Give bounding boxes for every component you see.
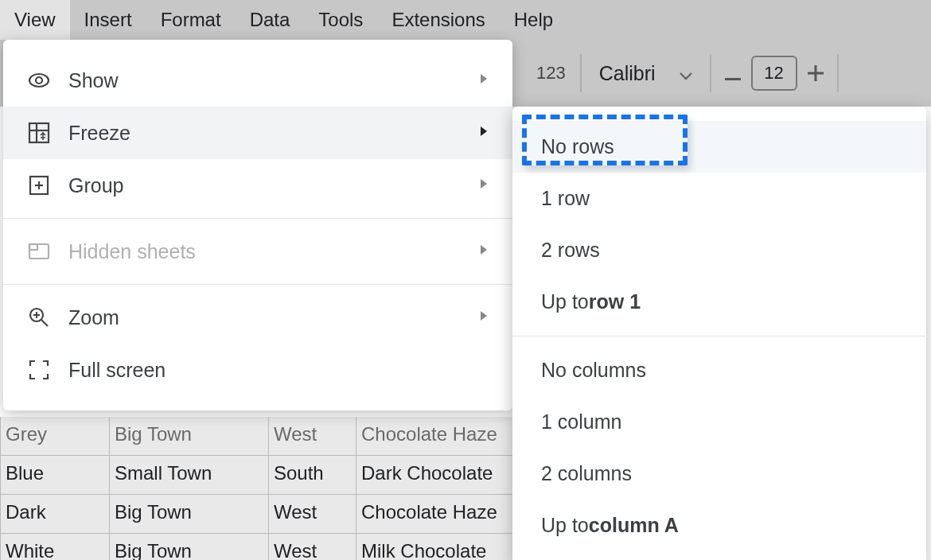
freeze-option-1-column[interactable]: 1 column	[512, 396, 926, 448]
fullscreen-icon	[27, 358, 51, 382]
menu-insert[interactable]: Insert	[70, 0, 146, 40]
submenu-separator	[512, 336, 926, 336]
svg-rect-5	[29, 123, 49, 142]
menu-item-label: Zoom	[68, 306, 119, 329]
font-name-label: Calibri	[599, 62, 656, 85]
font-size-increase[interactable]	[797, 60, 834, 87]
menu-item-label: Show	[68, 69, 119, 92]
menu-item-label: Hidden sheets	[68, 240, 196, 263]
menu-item-freeze[interactable]: Freeze	[3, 107, 512, 159]
menu-tools[interactable]: Tools	[304, 0, 377, 40]
submenu-arrow-icon	[479, 309, 489, 326]
hidden-icon	[27, 239, 51, 263]
svg-point-3	[29, 74, 49, 87]
toolbar-separator	[837, 54, 839, 92]
svg-line-14	[41, 320, 48, 326]
menu-format[interactable]: Format	[146, 0, 236, 40]
menu-item-label: Group	[68, 174, 123, 197]
freeze-option-1-row[interactable]: 1 row	[512, 173, 926, 224]
chevron-down-icon	[680, 62, 692, 85]
menu-data[interactable]: Data	[236, 0, 305, 40]
cell[interactable]: Big Town	[110, 495, 269, 534]
freeze-option-2-columns[interactable]: 2 columns	[512, 448, 926, 500]
font-selector[interactable]: Calibri	[585, 62, 707, 85]
svg-rect-12	[29, 244, 37, 250]
cell[interactable]: Dark	[0, 495, 110, 534]
svg-point-4	[36, 77, 42, 84]
cell[interactable]: Big Town	[110, 417, 269, 456]
menu-item-full-screen[interactable]: Full screen	[3, 344, 512, 396]
menu-item-group[interactable]: Group	[3, 159, 512, 212]
view-menu-dropdown: ShowFreezeGroupHidden sheetsZoomFull scr…	[3, 40, 512, 410]
cell[interactable]: Blue	[0, 456, 110, 495]
svg-rect-0	[725, 78, 741, 80]
cell[interactable]: West	[269, 417, 356, 456]
freeze-option-up-to-column-a[interactable]: Up to column A	[512, 500, 926, 551]
cell[interactable]: White	[0, 534, 110, 560]
number-format-button[interactable]: 123	[525, 52, 577, 94]
menu-extensions[interactable]: Extensions	[377, 0, 499, 40]
menu-item-zoom[interactable]: Zoom	[3, 291, 512, 344]
font-size-decrease[interactable]	[715, 60, 751, 87]
submenu-arrow-icon	[479, 177, 489, 194]
font-size-input[interactable]: 12	[751, 56, 797, 91]
menubar: ViewInsertFormatDataToolsExtensionsHelp	[0, 0, 931, 40]
menu-item-label: Full screen	[68, 359, 166, 382]
cell[interactable]: West	[269, 534, 356, 560]
eye-icon	[27, 68, 51, 92]
freeze-icon	[27, 121, 51, 145]
zoom-icon	[27, 305, 51, 329]
freeze-submenu: No rows1 row2 rowsUp to row 1No columns1…	[512, 107, 926, 560]
freeze-option-no-columns[interactable]: No columns	[512, 344, 926, 396]
toolbar-separator	[580, 54, 582, 92]
submenu-arrow-icon	[479, 125, 489, 142]
menu-item-label: Freeze	[68, 122, 130, 145]
menu-help[interactable]: Help	[500, 0, 567, 40]
toolbar-separator	[710, 54, 711, 92]
submenu-arrow-icon	[479, 243, 489, 260]
menu-view[interactable]: View	[0, 0, 70, 40]
svg-rect-2	[808, 72, 824, 75]
submenu-arrow-icon	[479, 72, 489, 89]
svg-rect-11	[29, 244, 49, 259]
cell[interactable]: South	[269, 456, 356, 495]
cell[interactable]: Small Town	[110, 456, 269, 495]
cell[interactable]: Grey	[0, 417, 110, 456]
freeze-option-no-rows[interactable]: No rows	[512, 121, 926, 173]
freeze-option-2-rows[interactable]: 2 rows	[512, 224, 926, 276]
cell[interactable]: West	[269, 495, 356, 534]
freeze-option-up-to-row-1[interactable]: Up to row 1	[512, 276, 926, 328]
menu-item-hidden-sheets: Hidden sheets	[3, 225, 512, 278]
cell[interactable]: Big Town	[110, 534, 269, 560]
group-icon	[27, 173, 51, 197]
menu-separator	[3, 284, 512, 285]
menu-item-show[interactable]: Show	[3, 54, 512, 107]
menu-separator	[3, 218, 512, 219]
